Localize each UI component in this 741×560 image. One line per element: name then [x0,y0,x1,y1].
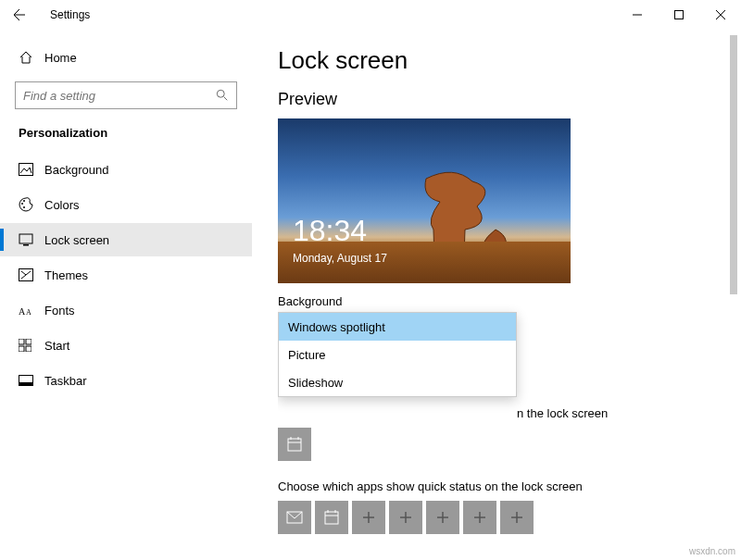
minimize-icon [633,10,642,19]
svg-rect-11 [19,339,24,344]
close-icon [716,10,725,19]
svg-rect-14 [26,346,31,352]
dropdown-option-picture[interactable]: Picture [279,341,516,368]
window-controls [616,0,741,30]
svg-rect-19 [325,512,338,524]
sidebar-section-label: Personalization [0,126,252,153]
svg-point-5 [23,206,25,208]
sidebar-item-lock-screen[interactable]: Lock screen [0,223,252,256]
dropdown-option-spotlight[interactable]: Windows spotlight [279,313,516,341]
sidebar-item-label: Colors [44,198,80,212]
plus-icon [399,511,412,524]
background-icon [19,163,44,176]
content-area: Lock screen Preview 18:34 Monday, August… [252,30,741,560]
quick-status-app-tile-2[interactable] [315,501,348,534]
themes-icon [19,268,44,281]
plus-icon [436,511,449,524]
svg-point-4 [23,200,25,202]
sidebar-item-label: Lock screen [44,233,109,247]
search-icon [216,89,229,102]
quick-status-label: Choose which apps show quick status on t… [278,479,741,493]
calendar-icon [286,436,303,453]
svg-rect-17 [288,439,301,451]
sidebar-item-fonts[interactable]: AA Fonts [0,293,252,327]
svg-text:A: A [19,306,26,317]
svg-rect-16 [19,382,33,386]
content-scrollbar[interactable] [728,35,739,526]
sidebar-item-background[interactable]: Background [0,153,252,186]
close-button[interactable] [699,0,741,30]
sidebar-home-label: Home [44,51,77,65]
plus-icon [473,511,486,524]
sidebar-item-label: Fonts [44,304,75,317]
plus-icon [510,511,523,524]
background-field-label: Background [278,294,741,308]
quick-status-app-tile-3[interactable] [352,501,385,534]
page-title: Lock screen [278,46,741,75]
minimize-button[interactable] [616,0,658,30]
quick-status-app-tile-6[interactable] [463,501,496,534]
quick-status-app-tile-1[interactable] [278,501,311,534]
sidebar-item-label: Taskbar [44,374,87,388]
svg-text:A: A [26,308,31,317]
scrollbar-thumb[interactable] [730,35,737,294]
sidebar-item-label: Start [44,339,69,353]
preview-heading: Preview [278,90,741,109]
back-arrow-icon [12,7,27,22]
sidebar-item-themes[interactable]: Themes [0,258,252,292]
sidebar-item-start[interactable]: Start [0,329,252,362]
home-icon [19,50,44,65]
svg-rect-6 [19,234,32,243]
back-button[interactable] [0,0,39,30]
sidebar-item-taskbar[interactable]: Taskbar [0,364,252,397]
svg-rect-7 [23,244,29,246]
fonts-icon: AA [19,304,44,317]
lock-screen-icon [19,233,44,246]
detailed-status-label-partial: n the lock screen [278,406,741,420]
sidebar-item-colors[interactable]: Colors [0,188,252,221]
colors-icon [19,197,44,212]
sidebar-item-label: Themes [44,268,88,282]
lock-screen-preview: 18:34 Monday, August 17 [278,118,571,283]
preview-date: Monday, August 17 [293,252,387,265]
taskbar-icon [19,375,44,386]
sidebar-item-home[interactable]: Home [0,41,252,74]
search-box[interactable] [15,81,237,109]
dropdown-option-slideshow[interactable]: Slideshow [279,368,516,396]
maximize-icon [674,10,684,19]
detailed-status-app-tile[interactable] [278,428,311,461]
quick-status-app-tile-7[interactable] [500,501,534,534]
svg-point-1 [217,90,224,97]
quick-status-app-tile-5[interactable] [426,501,459,534]
plus-icon [362,511,375,524]
svg-rect-0 [674,11,683,19]
mail-icon [286,511,303,524]
background-dropdown-popup: Windows spotlight Picture Slideshow [278,312,517,397]
calendar-icon [323,509,340,526]
sidebar-item-label: Background [44,163,108,177]
window-title: Settings [50,8,90,21]
watermark: wsxdn.com [689,546,735,556]
svg-rect-12 [26,339,31,344]
search-input[interactable] [23,89,216,103]
svg-rect-2 [19,164,33,176]
sidebar: Home Personalization Background Colors L… [0,30,252,560]
maximize-button[interactable] [658,0,699,30]
start-icon [19,339,44,352]
preview-time: 18:34 [293,214,367,248]
svg-point-3 [21,203,23,205]
quick-status-app-tile-4[interactable] [389,501,422,534]
svg-rect-13 [19,346,24,352]
title-bar: Settings [0,0,741,30]
